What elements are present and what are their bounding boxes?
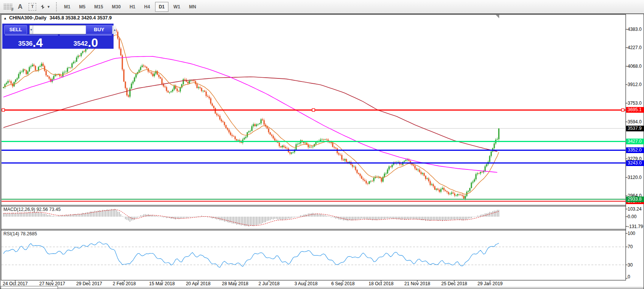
buy-underline <box>60 35 112 35</box>
date-axis-label: 29 Jan 2019 <box>473 281 507 286</box>
line-handle[interactable] <box>2 109 5 111</box>
date-axis-label: 2 Feb 2018 <box>107 281 141 286</box>
timeframe-button-h4[interactable]: H4 <box>140 2 154 12</box>
date-axis-label: 18 Oct 2018 <box>364 281 398 286</box>
one-click-trade-panel: SELL ▼ ▲ BUY 3536 .4 3542 .0 <box>2 24 114 49</box>
chart-window: ▲CHINA300-,Daily3445.8 3538.2 3420.4 353… <box>0 14 644 289</box>
arrows-dropdown-icon[interactable]: ▼ <box>40 2 50 12</box>
price-badge-2933.8: 2933.8 <box>626 196 644 202</box>
date-axis-label: 28 May 2018 <box>218 281 252 286</box>
date-axis-label: 21 Nov 2018 <box>400 281 434 286</box>
price-badge-3695.1: 3695.1 <box>626 107 644 113</box>
price-tick-label: 4383.0 <box>628 27 644 32</box>
sell-underline <box>5 35 58 35</box>
date-axis-label: 25 Dec 2018 <box>437 281 471 286</box>
grid-f-icon[interactable]: F <box>3 3 13 10</box>
rsi-scale-label: 70 <box>628 244 644 249</box>
toolbar-separator <box>56 2 57 12</box>
timeframe-button-m15[interactable]: M15 <box>90 2 107 12</box>
timeframe-button-h1[interactable]: H1 <box>126 2 139 12</box>
date-axis-label: 15 Mar 2018 <box>145 281 179 286</box>
amount-increase-button[interactable]: ▲ <box>113 26 116 34</box>
date-axis-label: 3 Aug 2018 <box>289 281 323 286</box>
toolbar: F A T ▼ M1M5M15M30H1H4D1W1MN <box>0 0 644 14</box>
rsi-scale-label: 30 <box>628 262 644 268</box>
candles-group <box>3 29 499 200</box>
scrollbar-track[interactable] <box>58 287 644 287</box>
text-label-tool-icon[interactable]: T <box>27 2 37 12</box>
buy-button[interactable]: BUY <box>86 25 112 34</box>
arrows-glyph-icon <box>40 4 46 10</box>
timeframe-group: M1M5M15M30H1H4D1W1MN <box>60 0 201 13</box>
ma-mid-line <box>3 56 497 172</box>
date-axis-label: 29 Dec 2017 <box>72 281 106 286</box>
date-axis-label: 2 Jul 2018 <box>252 281 286 286</box>
macd-scale-label: 103.24 <box>628 206 644 212</box>
rsi-line <box>3 242 499 267</box>
timeframe-button-d1[interactable]: D1 <box>155 2 168 12</box>
chart-info-line: ▲CHINA300-,Daily3445.8 3538.2 3420.4 353… <box>3 15 112 21</box>
date-axis-label: 6 Sep 2018 <box>326 281 360 286</box>
buy-price[interactable]: 3542 .0 <box>59 36 113 49</box>
collapse-panel-arrow-icon[interactable]: ▲ <box>3 16 7 20</box>
grid-f-icon-label: F <box>11 8 14 12</box>
font-a-icon[interactable]: A <box>15 2 25 12</box>
price-badge-3243.0: 3243.0 <box>626 160 644 166</box>
line-handle[interactable] <box>622 109 624 111</box>
price-badge-3537.9: 3537.9 <box>626 126 644 131</box>
amount-spinner: ▼ ▲ <box>29 25 85 34</box>
macd-scale-label: -131.79 <box>628 224 644 229</box>
macd-pane <box>3 209 499 227</box>
horizontal-scrollbar[interactable] <box>0 286 644 289</box>
price-tick-label: 4068.0 <box>628 64 644 69</box>
date-axis-label: 27 Nov 2017 <box>35 281 69 286</box>
ohlc-values: 3445.8 3538.2 3420.4 3537.9 <box>50 15 112 21</box>
symbol-period-label: CHINA300-,Daily <box>9 15 46 21</box>
price-badge-3352.0: 3352.0 <box>626 147 644 153</box>
chevron-down-icon: ▼ <box>47 5 50 9</box>
macd-indicator-label: MACD(12,26,9) 92.56 73.45 <box>3 207 61 212</box>
rsi-indicator-label: RSI(14) 78.2685 <box>3 231 37 236</box>
price-tick-label: 3120.0 <box>628 175 644 180</box>
amount-decrease-button[interactable]: ▼ <box>30 26 33 34</box>
date-axis-label: 24 Oct 2017 <box>0 281 32 286</box>
timeframe-button-m1[interactable]: M1 <box>60 2 74 12</box>
price-tick-label: 3753.0 <box>628 101 644 106</box>
date-axis-label: 20 Apr 2018 <box>181 281 215 286</box>
macd-scale-label: 0.00 <box>628 214 644 219</box>
timeframe-button-m5[interactable]: M5 <box>75 2 90 12</box>
chart-frame <box>1 14 626 280</box>
price-tick-label: 3594.0 <box>628 119 644 125</box>
ma-slow-line <box>3 77 497 152</box>
chart-canvas[interactable] <box>0 14 644 289</box>
ma-fast-line <box>3 35 499 194</box>
sell-button[interactable]: SELL <box>4 25 27 34</box>
sell-price[interactable]: 3536 .4 <box>3 36 58 49</box>
timeframe-button-m30[interactable]: M30 <box>108 2 125 12</box>
rsi-scale-label: 100 <box>628 231 644 236</box>
rsi-scale-label: 0 <box>628 274 644 279</box>
line-handle[interactable] <box>312 109 315 111</box>
trading-terminal: F A T ▼ M1M5M15M30H1H4D1W1MN ▲CHINA300-,… <box>0 0 644 289</box>
price-tick-label: 4227.0 <box>628 45 644 50</box>
timeframe-button-w1[interactable]: W1 <box>170 2 184 12</box>
price-tick-label: 3912.0 <box>628 82 644 87</box>
chart-shift-marker-icon[interactable] <box>496 15 499 18</box>
scrollbar-thumb[interactable] <box>1 286 58 289</box>
price-badge-3427.0: 3427.0 <box>626 139 644 144</box>
timeframe-button-mn[interactable]: MN <box>185 2 200 12</box>
